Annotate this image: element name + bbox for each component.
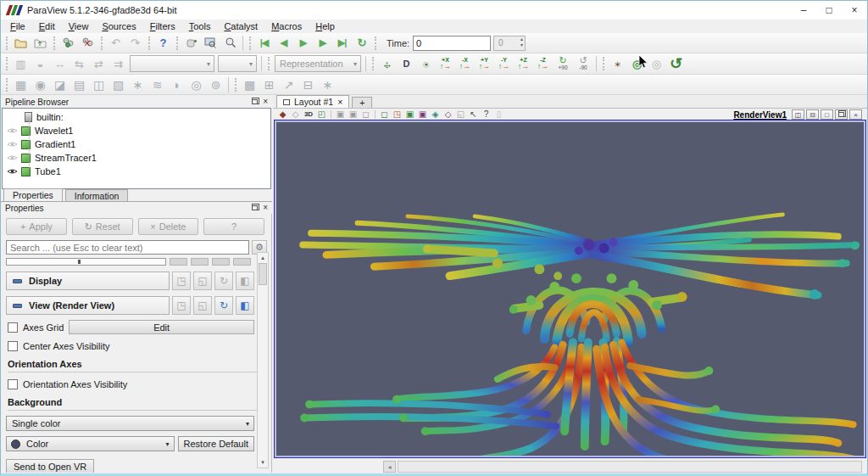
auto-apply-icon[interactable]	[181, 34, 201, 53]
contour-filter-icon[interactable]: ◉	[31, 76, 50, 94]
pipeline-item-gradient1[interactable]: Gradient1	[3, 137, 270, 151]
toolbar-grip[interactable]	[249, 36, 251, 50]
representation-combo[interactable]: Representation▾	[275, 55, 361, 72]
camera-redo-icon[interactable]: ◇	[289, 109, 302, 120]
vcr-previous-frame-icon[interactable]: ◀	[274, 34, 293, 53]
menu-file[interactable]: File	[3, 21, 32, 31]
probe-location-tool-icon[interactable]: ⊟	[298, 76, 318, 94]
vcr-last-frame-icon[interactable]: ▶|	[332, 34, 352, 53]
visibility-eye-icon[interactable]	[3, 127, 21, 134]
toolbar-grip[interactable]	[6, 36, 8, 50]
rotate-camera-mode-icon[interactable]: ↺	[666, 54, 686, 73]
set-view-plus-y-icon[interactable]: +Y	[475, 54, 494, 73]
scrollbar-track[interactable]	[398, 461, 862, 473]
extract-subset-filter-icon[interactable]: ▧	[108, 76, 128, 94]
restore-default-button[interactable]: Restore Default	[178, 436, 254, 451]
pipeline-item-wavelet1[interactable]: Wavelet1	[3, 124, 270, 137]
zoom-closest-icon[interactable]: ◌●	[416, 54, 436, 73]
background-color-dropdown[interactable]: Color▾	[6, 436, 175, 451]
vcr-next-frame-icon[interactable]: ▶	[313, 34, 332, 53]
vcr-play-icon[interactable]: ▶	[293, 34, 313, 53]
hover-points-icon[interactable]: ◇	[442, 109, 454, 120]
stream-tracer-filter-icon[interactable]: ≋	[147, 76, 167, 94]
rescale-data-range-icon[interactable]: ↔	[50, 54, 70, 73]
save-display-defaults-icon[interactable]: ◧	[236, 272, 254, 290]
orientation-axes-visibility-checkbox[interactable]	[8, 379, 18, 389]
undo-icon[interactable]: ↶	[106, 34, 125, 53]
toolbar-grip[interactable]	[53, 36, 55, 50]
float-view-icon[interactable]	[835, 109, 848, 120]
set-view-plus-z-icon[interactable]: +Z	[514, 54, 533, 73]
maximize-button[interactable]: □	[816, 1, 842, 20]
reset-button[interactable]: ↻Reset	[72, 218, 133, 235]
group-datasets-filter-icon[interactable]: ◎	[186, 76, 206, 94]
help-icon[interactable]: ?	[153, 34, 173, 53]
slice-filter-icon[interactable]: ▤	[70, 76, 89, 94]
pipeline-item-streamtracer1[interactable]: StreamTracer1	[3, 151, 270, 165]
selection-help-icon[interactable]: ?	[480, 109, 492, 120]
render-view-title[interactable]: RenderView1	[733, 110, 787, 120]
toolbar-grip[interactable]	[176, 36, 178, 50]
select-points-polygon-icon[interactable]: ◻	[378, 109, 391, 120]
pipeline-item-tube1[interactable]: Tube1	[3, 165, 270, 178]
reload-display-icon[interactable]: ↻	[214, 272, 233, 290]
rotate-90-ccw-icon[interactable]: ↺-90	[573, 54, 593, 73]
menu-edit[interactable]: Edit	[32, 21, 62, 31]
reload-view-icon[interactable]: ↻	[214, 296, 233, 315]
toolbar-grip[interactable]	[6, 78, 8, 92]
vcr-loop-icon[interactable]: ↻	[352, 34, 371, 53]
clip-filter-icon[interactable]: ◪	[50, 76, 70, 94]
properties-search-input[interactable]	[6, 240, 249, 255]
toolbar-grip[interactable]	[101, 36, 103, 50]
interactive-select-cells-icon[interactable]: ▣	[403, 109, 416, 120]
add-layout-tab[interactable]: +	[352, 97, 372, 108]
find-data-icon[interactable]	[201, 34, 220, 53]
center-axes-visibility-checkbox[interactable]	[8, 341, 18, 351]
rescale-temporal-range-icon[interactable]: ⇄	[89, 54, 108, 73]
menu-help[interactable]: Help	[309, 21, 342, 31]
close-view-icon[interactable]: ×	[849, 109, 862, 120]
select-block-icon[interactable]: ◳	[391, 109, 403, 120]
clear-selection-icon[interactable]: ▯	[492, 109, 505, 120]
menu-sources[interactable]: Sources	[95, 21, 142, 31]
glyph-filter-icon[interactable]: ∗	[128, 76, 147, 94]
paste-display-icon[interactable]: ◱	[193, 272, 212, 290]
extract-level-filter-icon[interactable]: ⊚	[206, 76, 225, 94]
toolbar-grip[interactable]	[148, 36, 150, 50]
close-button[interactable]: ×	[842, 1, 867, 20]
display-section-header[interactable]: Display	[6, 272, 170, 290]
menu-macros[interactable]: Macros	[264, 21, 309, 31]
properties-help-button[interactable]: ?	[203, 218, 264, 235]
paste-view-icon[interactable]: ◱	[193, 296, 212, 315]
connect-server-icon[interactable]	[58, 34, 78, 53]
set-view-minus-y-icon[interactable]: -Y	[494, 54, 514, 73]
camera-undo-icon[interactable]: ◆	[276, 109, 289, 120]
apply-button[interactable]: +Apply	[6, 218, 67, 235]
tab-properties[interactable]: Properties	[3, 188, 63, 201]
view-section-header[interactable]: View (Render View)	[6, 296, 170, 315]
toolbar-grip[interactable]	[268, 57, 270, 70]
threshold-filter-icon[interactable]: ◫	[89, 76, 108, 94]
scroll-down-icon[interactable]: ▾	[261, 459, 264, 466]
search-icon[interactable]	[220, 34, 240, 53]
axes-grid-checkbox[interactable]	[8, 322, 18, 333]
reset-rotation-center-icon[interactable]: ◎	[647, 54, 666, 73]
scrollbar-thumb[interactable]	[259, 263, 267, 285]
set-view-plus-x-icon[interactable]: +X	[436, 54, 455, 73]
toolbar-grip[interactable]	[235, 78, 236, 92]
hover-cells-icon[interactable]: ◈	[429, 109, 442, 120]
copy-view-icon[interactable]: ◳	[172, 296, 191, 315]
toggle-color-legend-icon[interactable]: ▥	[11, 54, 31, 73]
toolbar-grip[interactable]	[372, 57, 374, 70]
zoom-to-data-icon[interactable]: D	[397, 54, 416, 73]
reset-camera-icon[interactable]: ↔↕	[377, 54, 397, 73]
menu-view[interactable]: View	[62, 21, 96, 31]
plot-over-line-tool-icon[interactable]: ↗	[279, 76, 298, 94]
send-to-openvr-button[interactable]: Send to Open VR	[6, 459, 94, 473]
time-input[interactable]	[413, 36, 491, 51]
visibility-eye-icon[interactable]	[3, 141, 21, 148]
mini-button[interactable]	[191, 258, 209, 266]
delete-button[interactable]: ×Delete	[138, 218, 199, 235]
component-combo[interactable]: ▾	[218, 55, 257, 72]
menu-tools[interactable]: Tools	[182, 21, 218, 31]
